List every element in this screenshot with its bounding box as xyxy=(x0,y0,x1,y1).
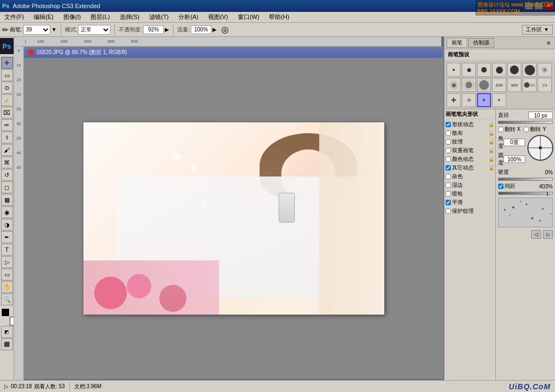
pen-tool[interactable]: ✒ xyxy=(1,231,13,243)
setting-color[interactable]: 颜色动态 🔒 xyxy=(446,155,494,164)
diameter-slider[interactable] xyxy=(498,121,553,124)
brush-tip-13[interactable] xyxy=(477,63,491,77)
airbrush-button[interactable]: ◎ xyxy=(221,24,229,35)
protect-checkbox[interactable] xyxy=(446,208,451,214)
brush-tip-s14[interactable]: 54 xyxy=(522,78,537,92)
crosshair-preview[interactable] xyxy=(527,135,553,161)
brush-tip-9[interactable] xyxy=(462,63,476,77)
quick-mask-button[interactable]: ◩ xyxy=(1,326,13,338)
smooth-checkbox[interactable] xyxy=(446,200,451,205)
brush-tip-35[interactable] xyxy=(538,63,552,77)
setting-scatter[interactable]: 散布 🔒 xyxy=(446,129,494,138)
move-tool[interactable]: ✛ xyxy=(1,57,13,69)
menu-file[interactable]: 文件(F) xyxy=(2,12,26,22)
color-checkbox[interactable] xyxy=(446,156,451,162)
setting-dual[interactable]: 双重画笔 🔒 xyxy=(446,146,494,155)
brush-tip-27[interactable] xyxy=(522,63,537,77)
hand-tool[interactable]: ✋ xyxy=(1,281,13,293)
brush-size-select[interactable]: 39 xyxy=(23,25,50,35)
opacity-input[interactable] xyxy=(143,25,164,34)
menu-window[interactable]: 窗口(W) xyxy=(236,12,262,22)
menu-view[interactable]: 视图(V) xyxy=(206,12,230,22)
shape-checkbox[interactable] xyxy=(446,122,451,127)
roundness-input[interactable] xyxy=(504,155,525,163)
airbrush-checkbox[interactable] xyxy=(446,191,451,197)
blur-tool[interactable]: ◉ xyxy=(1,206,13,218)
noise-checkbox[interactable] xyxy=(446,174,451,179)
brush-settings-icon[interactable]: ▼ xyxy=(51,27,57,32)
menu-layer[interactable]: 图层(L) xyxy=(88,12,112,22)
brush-tip-300[interactable]: 300 xyxy=(507,78,521,92)
history-brush-tool[interactable]: ↺ xyxy=(1,169,13,181)
text-tool[interactable]: T xyxy=(1,244,13,256)
panel-tab-clone[interactable]: 仿制源 xyxy=(468,38,494,48)
eraser-tool[interactable]: ◻ xyxy=(1,181,13,193)
spacing-slider[interactable] xyxy=(498,192,553,195)
panel-close[interactable]: ✕ xyxy=(544,40,553,46)
setting-airbrush[interactable]: 喷枪 xyxy=(446,190,494,198)
other-checkbox[interactable] xyxy=(446,165,451,171)
mode-select[interactable]: 正常 xyxy=(78,25,111,35)
flow-arrow[interactable]: ▶ xyxy=(212,27,217,32)
fg-color-chip[interactable] xyxy=(1,308,10,317)
gradient-tool[interactable]: ▦ xyxy=(1,194,13,206)
eyedropper-tool[interactable]: ✏ xyxy=(1,119,13,131)
canvas-close[interactable] xyxy=(28,49,34,56)
setting-other[interactable]: 其它动态 🔒 xyxy=(446,164,494,172)
opacity-arrow[interactable]: ▶ xyxy=(165,27,169,32)
flip-y-checkbox[interactable] xyxy=(524,127,529,132)
wet-checkbox[interactable] xyxy=(446,182,451,188)
brush-tip-special2[interactable]: ✦ xyxy=(492,93,506,107)
hardness-slider[interactable] xyxy=(498,178,553,181)
brush-tip-65[interactable] xyxy=(462,78,476,92)
brush-tool[interactable]: 🖌 xyxy=(1,144,13,156)
menu-image[interactable]: 图像(I) xyxy=(61,12,83,22)
brush-tip-200[interactable]: 200 xyxy=(492,78,506,92)
crop-tool[interactable]: ⌧ xyxy=(1,107,13,119)
setting-texture[interactable]: 纹理 🔒 xyxy=(446,138,494,146)
clone-tool[interactable]: ⌘ xyxy=(1,156,13,168)
menu-edit[interactable]: 编辑(E) xyxy=(31,12,56,22)
menu-analyze[interactable]: 分析(A) xyxy=(176,12,201,22)
brush-tip-21[interactable] xyxy=(507,63,521,77)
magic-wand-tool[interactable]: 🪄 xyxy=(1,94,13,106)
heal-tool[interactable]: ⚕ xyxy=(1,132,13,143)
angle-input[interactable] xyxy=(504,139,525,146)
brush-tip-star[interactable]: ✳ xyxy=(462,93,476,107)
dodge-tool[interactable]: ◑ xyxy=(1,219,13,231)
lasso-tool[interactable]: ⊙ xyxy=(1,82,13,94)
scatter-checkbox[interactable] xyxy=(446,130,451,136)
flow-input[interactable] xyxy=(191,25,211,34)
panel-action-1[interactable]: ◁ xyxy=(531,230,541,239)
setting-smooth[interactable]: 平滑 xyxy=(446,198,494,207)
menu-help[interactable]: 帮助(H) xyxy=(267,12,291,22)
dual-checkbox[interactable] xyxy=(446,148,451,153)
setting-shape[interactable]: 形状动态 🔒 xyxy=(446,120,494,129)
brush-tip-special1[interactable]: ✦ xyxy=(477,93,491,107)
path-tool[interactable]: ▷ xyxy=(1,256,13,268)
brush-tip-100[interactable] xyxy=(477,78,491,92)
spacing-checkbox[interactable] xyxy=(498,184,504,189)
setting-noise[interactable]: 杂色 xyxy=(446,172,494,181)
brush-tip-45[interactable] xyxy=(447,78,461,92)
flip-x-checkbox[interactable] xyxy=(498,127,504,132)
menu-filter[interactable]: 滤镜(T) xyxy=(147,12,171,22)
brush-tip-cross[interactable]: ✚ xyxy=(447,93,461,107)
brush-tip-17[interactable] xyxy=(492,63,506,77)
panel-action-2[interactable]: ▷ xyxy=(543,230,553,239)
bg-color-chip[interactable] xyxy=(10,317,15,325)
zoom-tool[interactable]: 🔍 xyxy=(1,293,13,305)
brush-tip-5[interactable] xyxy=(447,63,461,77)
workspace-button[interactable]: 工作区 ▼ xyxy=(522,25,553,35)
brush-tip-s24[interactable]: 24 xyxy=(538,78,552,92)
shape-tool[interactable]: ▭ xyxy=(1,269,13,280)
setting-wet[interactable]: 湿边 xyxy=(446,181,494,190)
diameter-input[interactable] xyxy=(528,112,553,119)
texture-checkbox[interactable] xyxy=(446,139,451,145)
screen-mode-button[interactable]: ⬛ xyxy=(1,338,13,350)
panel-tab-brush[interactable]: 画笔 xyxy=(447,38,467,48)
marquee-tool[interactable]: ▭ xyxy=(1,69,13,81)
spacing-label-with-cb: 间距 xyxy=(498,182,515,190)
setting-protect[interactable]: 保护纹理 xyxy=(446,207,494,215)
menu-select[interactable]: 选择(S) xyxy=(118,12,142,22)
